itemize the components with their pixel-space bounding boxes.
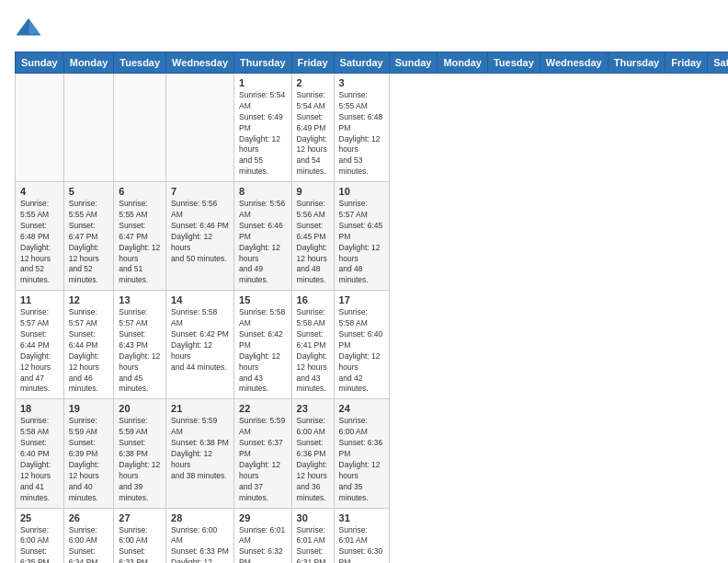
day-number: 26: [69, 512, 109, 523]
calendar-cell: 22Sunrise: 5:59 AM Sunset: 6:37 PM Dayli…: [234, 399, 292, 508]
day-info: Sunrise: 5:57 AM Sunset: 6:43 PM Dayligh…: [119, 307, 161, 395]
day-of-week-header: Monday: [63, 52, 114, 74]
day-info: Sunrise: 5:58 AM Sunset: 6:42 PM Dayligh…: [239, 307, 287, 395]
day-info: Sunrise: 6:01 AM Sunset: 6:30 PM Dayligh…: [339, 525, 384, 564]
calendar-cell: 21Sunrise: 5:59 AM Sunset: 6:38 PM Dayli…: [166, 399, 234, 508]
calendar-cell: 3Sunrise: 5:55 AM Sunset: 6:48 PM Daylig…: [334, 74, 389, 182]
day-number: 11: [20, 294, 59, 305]
calendar-cell: 26Sunrise: 6:00 AM Sunset: 6:34 PM Dayli…: [63, 508, 114, 563]
logo-icon: [15, 15, 42, 42]
day-of-week-header: Thursday: [234, 52, 292, 74]
calendar-cell: 25Sunrise: 6:00 AM Sunset: 6:35 PM Dayli…: [16, 508, 64, 563]
calendar-cell: [166, 74, 234, 182]
calendar-cell: 11Sunrise: 5:57 AM Sunset: 6:44 PM Dayli…: [16, 291, 64, 399]
calendar-cell: 9Sunrise: 5:56 AM Sunset: 6:45 PM Daylig…: [291, 182, 334, 291]
day-info: Sunrise: 5:56 AM Sunset: 6:45 PM Dayligh…: [297, 199, 329, 286]
calendar-cell: 31Sunrise: 6:01 AM Sunset: 6:30 PM Dayli…: [334, 508, 389, 563]
day-number: 13: [119, 294, 161, 305]
calendar-cell: 6Sunrise: 5:55 AM Sunset: 6:47 PM Daylig…: [114, 182, 166, 291]
day-number: 30: [297, 512, 329, 523]
calendar-cell: [63, 74, 114, 182]
calendar-cell: 23Sunrise: 6:00 AM Sunset: 6:36 PM Dayli…: [291, 399, 334, 508]
calendar-cell: [114, 74, 166, 182]
calendar-cell: 13Sunrise: 5:57 AM Sunset: 6:43 PM Dayli…: [114, 291, 166, 399]
day-number: 10: [339, 186, 384, 197]
calendar-cell: 4Sunrise: 5:55 AM Sunset: 6:48 PM Daylig…: [16, 182, 64, 291]
svg-marker-1: [28, 20, 40, 34]
calendar-cell: 2Sunrise: 5:54 AM Sunset: 6:49 PM Daylig…: [291, 74, 334, 182]
day-number: 6: [119, 186, 161, 197]
calendar-week-row: 4Sunrise: 5:55 AM Sunset: 6:48 PM Daylig…: [16, 182, 729, 291]
day-number: 24: [339, 403, 384, 414]
calendar-cell: 28Sunrise: 6:00 AM Sunset: 6:33 PM Dayli…: [166, 508, 234, 563]
day-info: Sunrise: 5:57 AM Sunset: 6:44 PM Dayligh…: [20, 307, 59, 395]
day-number: 14: [171, 294, 229, 305]
day-info: Sunrise: 5:54 AM Sunset: 6:49 PM Dayligh…: [297, 90, 329, 178]
day-of-week-header: Saturday: [708, 52, 728, 74]
day-info: Sunrise: 6:00 AM Sunset: 6:33 PM Dayligh…: [171, 525, 229, 564]
day-number: 22: [239, 403, 287, 414]
day-number: 17: [339, 294, 384, 305]
calendar-cell: 5Sunrise: 5:55 AM Sunset: 6:47 PM Daylig…: [63, 182, 114, 291]
day-info: Sunrise: 5:58 AM Sunset: 6:42 PM Dayligh…: [171, 307, 229, 373]
calendar-cell: 12Sunrise: 5:57 AM Sunset: 6:44 PM Dayli…: [63, 291, 114, 399]
day-of-week-header: Sunday: [389, 52, 438, 74]
day-of-week-header: Wednesday: [540, 52, 608, 74]
calendar-cell: 29Sunrise: 6:01 AM Sunset: 6:32 PM Dayli…: [234, 508, 292, 563]
day-info: Sunrise: 6:00 AM Sunset: 6:36 PM Dayligh…: [339, 416, 384, 503]
day-number: 12: [69, 294, 109, 305]
day-info: Sunrise: 6:00 AM Sunset: 6:34 PM Dayligh…: [69, 525, 109, 564]
calendar-cell: 19Sunrise: 5:59 AM Sunset: 6:39 PM Dayli…: [63, 399, 114, 508]
page-header: [15, 15, 713, 42]
calendar-week-row: 11Sunrise: 5:57 AM Sunset: 6:44 PM Dayli…: [16, 291, 729, 399]
calendar-cell: 17Sunrise: 5:58 AM Sunset: 6:40 PM Dayli…: [334, 291, 389, 399]
day-info: Sunrise: 5:56 AM Sunset: 6:46 PM Dayligh…: [239, 199, 287, 286]
calendar-cell: 24Sunrise: 6:00 AM Sunset: 6:36 PM Dayli…: [334, 399, 389, 508]
day-info: Sunrise: 5:55 AM Sunset: 6:48 PM Dayligh…: [339, 90, 384, 178]
calendar-cell: 20Sunrise: 5:59 AM Sunset: 6:38 PM Dayli…: [114, 399, 166, 508]
day-of-week-header: Friday: [291, 52, 334, 74]
day-info: Sunrise: 5:59 AM Sunset: 6:39 PM Dayligh…: [69, 416, 109, 503]
day-number: 25: [20, 512, 59, 523]
day-number: 27: [119, 512, 161, 523]
day-number: 9: [297, 186, 329, 197]
day-info: Sunrise: 5:58 AM Sunset: 6:41 PM Dayligh…: [297, 307, 329, 395]
day-info: Sunrise: 5:55 AM Sunset: 6:48 PM Dayligh…: [20, 199, 59, 286]
day-info: Sunrise: 6:01 AM Sunset: 6:31 PM Dayligh…: [297, 525, 329, 564]
day-info: Sunrise: 5:57 AM Sunset: 6:45 PM Dayligh…: [339, 199, 384, 286]
day-number: 2: [297, 77, 329, 88]
day-number: 19: [69, 403, 109, 414]
day-number: 4: [20, 186, 59, 197]
day-of-week-header: Friday: [665, 52, 708, 74]
day-number: 28: [171, 512, 229, 523]
calendar-cell: 1Sunrise: 5:54 AM Sunset: 6:49 PM Daylig…: [234, 74, 292, 182]
calendar-cell: 7Sunrise: 5:56 AM Sunset: 6:46 PM Daylig…: [166, 182, 234, 291]
day-info: Sunrise: 5:55 AM Sunset: 6:47 PM Dayligh…: [69, 199, 109, 286]
day-info: Sunrise: 5:57 AM Sunset: 6:44 PM Dayligh…: [69, 307, 109, 395]
day-info: Sunrise: 5:59 AM Sunset: 6:37 PM Dayligh…: [239, 416, 287, 503]
day-info: Sunrise: 5:54 AM Sunset: 6:49 PM Dayligh…: [239, 90, 287, 178]
day-info: Sunrise: 6:00 AM Sunset: 6:35 PM Dayligh…: [20, 525, 59, 564]
calendar-week-row: 25Sunrise: 6:00 AM Sunset: 6:35 PM Dayli…: [16, 508, 729, 563]
calendar-header-row: SundayMondayTuesdayWednesdayThursdayFrid…: [16, 52, 729, 74]
calendar-table: SundayMondayTuesdayWednesdayThursdayFrid…: [15, 52, 728, 563]
calendar-cell: [16, 74, 64, 182]
calendar-week-row: 18Sunrise: 5:58 AM Sunset: 6:40 PM Dayli…: [16, 399, 729, 508]
day-info: Sunrise: 5:55 AM Sunset: 6:47 PM Dayligh…: [119, 199, 161, 286]
calendar-cell: 10Sunrise: 5:57 AM Sunset: 6:45 PM Dayli…: [334, 182, 389, 291]
day-number: 20: [119, 403, 161, 414]
day-info: Sunrise: 5:59 AM Sunset: 6:38 PM Dayligh…: [171, 416, 229, 481]
day-number: 16: [297, 294, 329, 305]
day-info: Sunrise: 6:00 AM Sunset: 6:33 PM Dayligh…: [119, 525, 161, 564]
calendar-cell: 15Sunrise: 5:58 AM Sunset: 6:42 PM Dayli…: [234, 291, 292, 399]
day-info: Sunrise: 5:58 AM Sunset: 6:40 PM Dayligh…: [20, 416, 59, 503]
day-number: 23: [297, 403, 329, 414]
day-info: Sunrise: 5:59 AM Sunset: 6:38 PM Dayligh…: [119, 416, 161, 503]
day-of-week-header: Monday: [438, 52, 488, 74]
day-of-week-header: Wednesday: [166, 52, 234, 74]
logo: [15, 15, 46, 42]
day-number: 3: [339, 77, 384, 88]
day-number: 18: [20, 403, 59, 414]
day-of-week-header: Saturday: [334, 52, 389, 74]
day-of-week-header: Tuesday: [487, 52, 540, 74]
